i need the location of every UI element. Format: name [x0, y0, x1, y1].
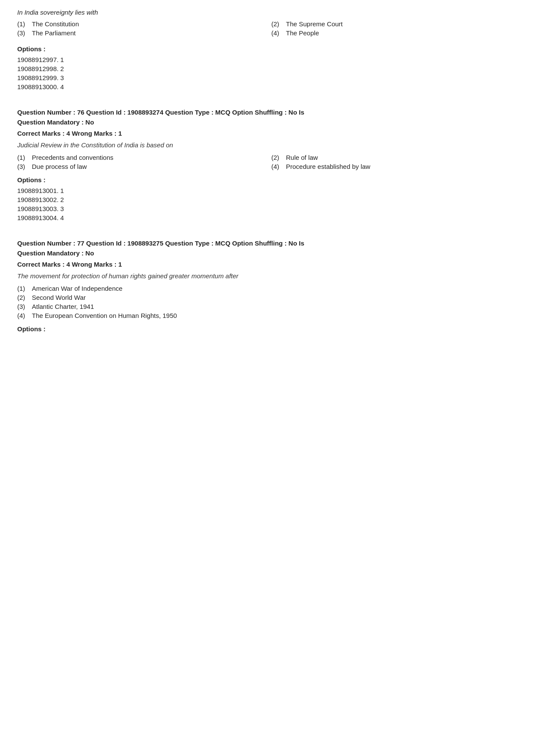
option-num: (4)	[271, 29, 282, 37]
list-item: 19088913000. 4	[17, 83, 517, 90]
option-text: Precedents and conventions	[32, 154, 113, 161]
q75-options-grid: (1) The Constitution (2) The Supreme Cou…	[17, 20, 517, 37]
list-item: (4) The People	[271, 29, 517, 37]
list-item: (3) Due process of law	[17, 163, 263, 170]
list-item: (3) Atlantic Charter, 1941	[17, 303, 517, 310]
q76-meta-line1: Question Number : 76 Question Id : 19088…	[17, 108, 517, 118]
option-num: (2)	[271, 20, 282, 28]
question-76: Question Number : 76 Question Id : 19088…	[17, 108, 517, 221]
option-num: (2)	[17, 294, 28, 301]
option-text: Atlantic Charter, 1941	[32, 303, 94, 310]
option-text: Due process of law	[32, 163, 87, 170]
option-num: (1)	[17, 20, 28, 28]
q76-answers: 19088913001. 1 19088913002. 2 1908891300…	[17, 187, 517, 221]
option-text: The Supreme Court	[286, 20, 343, 28]
list-item: (4) The European Convention on Human Rig…	[17, 312, 517, 319]
list-item: 19088913002. 2	[17, 196, 517, 203]
q75-question-text: In India sovereignty lies with	[17, 9, 517, 16]
list-item: 19088912999. 3	[17, 74, 517, 81]
option-num: (3)	[17, 303, 28, 310]
list-item: (2) The Supreme Court	[271, 20, 517, 28]
q77-correct-marks: Correct Marks : 4 Wrong Marks : 1	[17, 261, 517, 268]
q77-meta-line2: Question Mandatory : No	[17, 249, 517, 258]
question-75-continuation: In India sovereignty lies with (1) The C…	[17, 9, 517, 90]
option-text: Second World War	[32, 294, 86, 301]
option-num: (4)	[17, 312, 28, 319]
q77-question-text: The movement for protection of human rig…	[17, 272, 517, 280]
q77-meta-line1: Question Number : 77 Question Id : 19088…	[17, 239, 517, 249]
question-77: Question Number : 77 Question Id : 19088…	[17, 239, 517, 333]
option-num: (3)	[17, 163, 28, 170]
option-num: (2)	[271, 154, 282, 161]
q77-options-label: Options :	[17, 325, 517, 333]
q77-options-list: (1) American War of Independence (2) Sec…	[17, 285, 517, 319]
option-text: The People	[286, 29, 319, 37]
list-item: (1) Precedents and conventions	[17, 154, 263, 161]
option-num: (1)	[17, 154, 28, 161]
option-text: The European Convention on Human Rights,…	[32, 312, 177, 319]
option-num: (1)	[17, 285, 28, 292]
list-item: 19088913003. 3	[17, 205, 517, 212]
option-num: (4)	[271, 163, 282, 170]
q75-options-label: Options :	[17, 45, 517, 53]
q76-meta-line2: Question Mandatory : No	[17, 118, 517, 128]
option-num: (3)	[17, 29, 28, 37]
q76-options-label: Options :	[17, 176, 517, 184]
list-item: 19088913004. 4	[17, 214, 517, 221]
q76-meta: Question Number : 76 Question Id : 19088…	[17, 108, 517, 127]
list-item: (1) The Constitution	[17, 20, 263, 28]
list-item: 19088913001. 1	[17, 187, 517, 194]
option-text: Rule of law	[286, 154, 318, 161]
list-item: (2) Rule of law	[271, 154, 517, 161]
list-item: (2) Second World War	[17, 294, 517, 301]
list-item: (4) Procedure established by law	[271, 163, 517, 170]
list-item: 19088912998. 2	[17, 65, 517, 72]
list-item: (1) American War of Independence	[17, 285, 517, 292]
q76-question-text: Judicial Review in the Constitution of I…	[17, 141, 517, 149]
option-text: American War of Independence	[32, 285, 122, 292]
q76-options-grid: (1) Precedents and conventions (2) Rule …	[17, 154, 517, 170]
option-text: The Parliament	[32, 29, 76, 37]
list-item: (3) The Parliament	[17, 29, 263, 37]
q77-meta: Question Number : 77 Question Id : 19088…	[17, 239, 517, 258]
option-text: The Constitution	[32, 20, 79, 28]
list-item: 19088912997. 1	[17, 56, 517, 63]
q76-correct-marks: Correct Marks : 4 Wrong Marks : 1	[17, 130, 517, 137]
q75-answers: 19088912997. 1 19088912998. 2 1908891299…	[17, 56, 517, 90]
option-text: Procedure established by law	[286, 163, 370, 170]
